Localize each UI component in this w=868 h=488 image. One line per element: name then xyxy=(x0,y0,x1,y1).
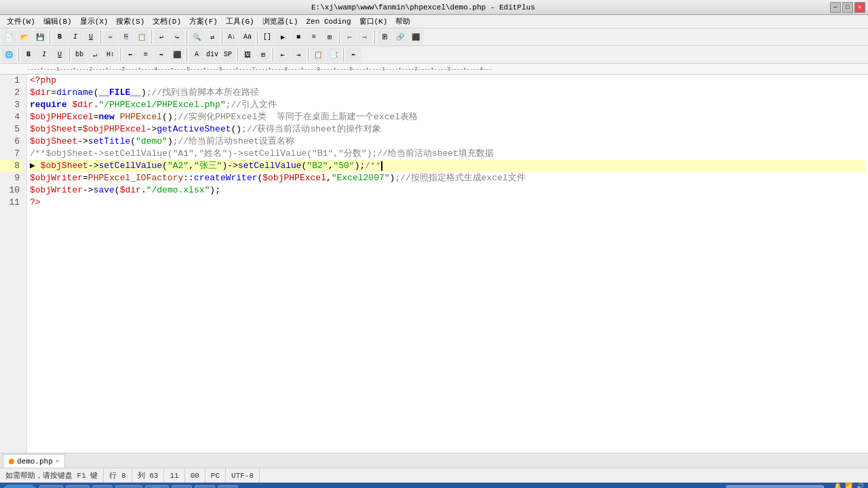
tb2-A[interactable]: A xyxy=(189,47,204,62)
taskbar-editplus[interactable]: ✏ demo.php - EditPlus xyxy=(726,485,824,488)
taskbar-right: ✏ demo.php - EditPlus 🔔 📶 🔊 18:39 2015/4… xyxy=(726,483,865,489)
tb-btn10[interactable]: 🖹 xyxy=(377,30,392,45)
code-area[interactable]: <?php $dir=dirname(__FILE__);//找到当前脚本本所在… xyxy=(27,75,868,453)
tab-close-button[interactable]: ✕ xyxy=(56,458,59,465)
tb-find[interactable]: 🔍 xyxy=(189,30,204,45)
tb2-tag2[interactable]: ⇥ xyxy=(291,47,306,62)
tb2-div[interactable]: div xyxy=(205,47,220,62)
sep14 xyxy=(273,48,273,62)
tb2-right[interactable]: ➡ xyxy=(154,47,169,62)
menu-file[interactable]: 文件(W) xyxy=(3,15,39,28)
tb2-tag1[interactable]: ⇤ xyxy=(275,47,290,62)
sep12 xyxy=(186,48,187,62)
menu-help[interactable]: 帮助 xyxy=(391,15,414,28)
tb-btn3[interactable]: [] xyxy=(260,30,275,45)
tb-btn7[interactable]: ⊞ xyxy=(322,30,337,45)
tb2-b[interactable]: B xyxy=(21,47,36,62)
maximize-button[interactable]: □ xyxy=(842,2,853,13)
tb-replace[interactable]: ⇄ xyxy=(205,30,220,45)
menu-search[interactable]: 搜索(S) xyxy=(112,15,149,28)
close-button[interactable]: ✕ xyxy=(854,2,865,13)
tb2-i[interactable]: I xyxy=(37,47,52,62)
status-row: 行 8 xyxy=(104,468,132,483)
tb2-img[interactable]: 🖼 xyxy=(240,47,255,62)
tb-undo[interactable]: ↩ xyxy=(154,30,169,45)
tb-btn2[interactable]: Aa xyxy=(240,30,255,45)
tb2-hn[interactable]: H↕ xyxy=(103,47,118,62)
tb-btn4[interactable]: ▶ xyxy=(275,30,290,45)
menu-window[interactable]: 窗口(K) xyxy=(355,15,392,28)
toolbar2: 🌐 B I U bb ↵ H↕ ⬅ ≡ ➡ ⬛ A div SP 🖼 ⊞ ⇤ ⇥… xyxy=(0,46,868,64)
taskbar-firefox[interactable]: 🦊 xyxy=(66,485,90,488)
tb2-u[interactable]: U xyxy=(52,47,67,62)
taskbar-tray: 🔔 📶 🔊 18:39 2015/4/19 xyxy=(832,483,865,489)
sep15 xyxy=(308,48,309,62)
tb2-indent[interactable]: bb xyxy=(72,47,87,62)
tb-btn1[interactable]: A↓ xyxy=(224,30,239,45)
editor[interactable]: 1 2 3 4 5 6 7 8 9 10 11 <?php $dir=dirna… xyxy=(0,75,868,453)
tb-open[interactable]: 📂 xyxy=(17,30,32,45)
line-num-6: 6 xyxy=(0,136,22,148)
menu-edit[interactable]: 编辑(B) xyxy=(39,15,76,28)
taskbar-ppt[interactable]: P xyxy=(172,485,192,488)
sep8 xyxy=(374,30,375,44)
tb-btn6[interactable]: ≡ xyxy=(307,30,321,45)
taskbar: ⊞ 📁 🦊 e C:\ 📝 P ▶ ◆ ✏ demo.php - EditPlu… xyxy=(0,483,868,488)
line-num-4: 4 xyxy=(0,111,22,123)
tb-underline[interactable]: U xyxy=(83,30,98,45)
menu-doc[interactable]: 文档(D) xyxy=(149,15,185,28)
tb2-center[interactable]: ≡ xyxy=(138,47,153,62)
tb-new[interactable]: 📄 xyxy=(1,30,16,45)
minimize-button[interactable]: ─ xyxy=(830,2,841,13)
tb2-SP[interactable]: SP xyxy=(220,47,235,62)
taskbar-cmd[interactable]: C:\ xyxy=(115,485,142,488)
menu-tools[interactable]: 工具(G) xyxy=(222,15,258,28)
menu-scheme[interactable]: 方案(F) xyxy=(185,15,222,28)
tb2-globe[interactable]: 🌐 xyxy=(1,47,16,62)
tb-cut[interactable]: ✂ xyxy=(103,30,118,45)
line-num-1: 1 xyxy=(0,75,22,87)
menu-view[interactable]: 显示(X) xyxy=(76,15,113,28)
tb-btn12[interactable]: ⬛ xyxy=(408,30,423,45)
tb-bold[interactable]: B xyxy=(52,30,67,45)
status-s00: 00 xyxy=(185,468,205,483)
tb-save[interactable]: 💾 xyxy=(33,30,47,45)
line-numbers: 1 2 3 4 5 6 7 8 9 10 11 xyxy=(0,75,27,453)
tb-btn11[interactable]: 🔗 xyxy=(393,30,408,45)
tb-btn9[interactable]: ⇨ xyxy=(357,30,372,45)
sep3 xyxy=(151,30,152,44)
status-bar: 如需帮助，请按键盘 F1 键 行 8 列 63 11 00 PC UTF-8 xyxy=(0,468,868,483)
taskbar-ie[interactable]: e xyxy=(92,485,113,488)
sep9 xyxy=(18,48,19,62)
tb-btn5[interactable]: ■ xyxy=(291,30,306,45)
tb-paste[interactable]: 📋 xyxy=(134,30,149,45)
tb2-left[interactable]: ⬅ xyxy=(123,47,138,62)
tb2-tbl[interactable]: ⊞ xyxy=(256,47,271,62)
tb-italic[interactable]: I xyxy=(68,30,83,45)
taskbar-file-manager[interactable]: 📁 xyxy=(39,485,63,488)
tab-demo-php[interactable]: demo.php ✕ xyxy=(3,454,65,468)
code-line-11: ?> xyxy=(30,197,865,209)
line-num-5: 5 xyxy=(0,123,22,136)
code-line-2: $dir=dirname(__FILE__);//找到当前脚本本所在路径 xyxy=(30,87,865,99)
menu-zen[interactable]: Zen Coding xyxy=(302,16,355,27)
tab-dot xyxy=(9,459,14,464)
tb-btn8[interactable]: ⇦ xyxy=(342,30,357,45)
tb-redo[interactable]: ↪ xyxy=(170,30,184,45)
taskbar-red[interactable]: ◆ xyxy=(218,485,238,488)
menu-browser[interactable]: 浏览器(L) xyxy=(258,15,302,28)
code-line-7: /**$objSheet->setCellValue("A1","姓名")->s… xyxy=(30,148,865,160)
tb2-justify[interactable]: ⬛ xyxy=(170,47,184,62)
code-line-3: require $dir."/PHPExcel/PHPExcel.php";//… xyxy=(30,99,865,111)
code-line-1: <?php xyxy=(30,75,865,87)
title-controls: ─ □ ✕ xyxy=(830,2,865,13)
taskbar-notepad[interactable]: 📝 xyxy=(145,485,169,488)
tb2-clip2[interactable]: 📑 xyxy=(326,47,341,62)
tb2-outdent[interactable]: ↵ xyxy=(87,47,102,62)
code-line-9: $objWriter=PHPExcel_IOFactory::createWri… xyxy=(30,172,865,184)
tb2-extra[interactable]: ⬅ xyxy=(346,47,361,62)
tb2-clip1[interactable]: 📋 xyxy=(311,47,326,62)
start-button[interactable]: ⊞ xyxy=(3,485,37,488)
tb-copy[interactable]: ⎘ xyxy=(119,30,134,45)
taskbar-green[interactable]: ▶ xyxy=(195,485,215,488)
